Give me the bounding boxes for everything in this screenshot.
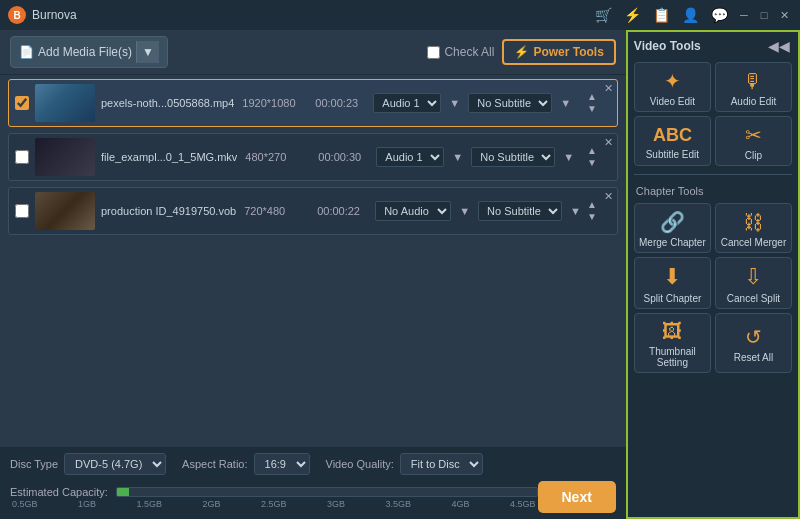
- cancel-split-button[interactable]: ⇩ Cancel Split: [715, 257, 792, 309]
- capacity-area: Estimated Capacity: 0.5GB 1GB 1.5GB 2GB …: [10, 486, 538, 509]
- check-all-label: Check All: [444, 45, 494, 59]
- cancel-merger-button[interactable]: ⛓ Cancel Merger: [715, 203, 792, 253]
- check-all-area: Check All: [427, 45, 494, 59]
- merge-chapter-button[interactable]: 🔗 Merge Chapter: [634, 203, 711, 253]
- minimize-button[interactable]: ─: [736, 7, 752, 23]
- file-3-up-button[interactable]: ▲: [587, 200, 597, 210]
- capacity-marker: 4GB: [451, 499, 469, 509]
- video-edit-button[interactable]: ✦ Video Edit: [634, 62, 711, 112]
- file-3-down-button[interactable]: ▼: [587, 212, 597, 222]
- close-button[interactable]: ✕: [776, 7, 792, 23]
- capacity-marker: 3GB: [327, 499, 345, 509]
- next-button[interactable]: Next: [538, 481, 616, 513]
- file-2-arrows: ▲ ▼: [587, 146, 597, 168]
- file-1-audio-select[interactable]: Audio 1: [373, 93, 441, 113]
- clip-label: Clip: [745, 150, 762, 161]
- disc-type-label: Disc Type: [10, 458, 58, 470]
- right-panel-title: Video Tools: [634, 39, 701, 53]
- file-2-down-button[interactable]: ▼: [587, 158, 597, 168]
- arrow-icon: ▼: [449, 97, 460, 109]
- audio-edit-label: Audio Edit: [731, 96, 777, 107]
- file-1-down-button[interactable]: ▼: [587, 104, 597, 114]
- file-3-duration: 00:00:22: [317, 205, 367, 217]
- file-3-info: production ID_4919750.vob 720*480 00:00:…: [101, 201, 581, 221]
- file-1-arrows: ▲ ▼: [587, 92, 597, 114]
- capacity-fill: [117, 488, 130, 496]
- subtitle-edit-icon: ABC: [653, 125, 692, 146]
- collapse-panel-button[interactable]: ◀◀: [768, 38, 790, 54]
- clip-icon: ✂: [745, 123, 762, 147]
- cancel-merger-label: Cancel Merger: [721, 237, 787, 248]
- file-3-checkbox[interactable]: [15, 204, 29, 218]
- file-2-audio-select[interactable]: Audio 1: [376, 147, 444, 167]
- file-1-up-button[interactable]: ▲: [587, 92, 597, 102]
- check-all-checkbox[interactable]: [427, 46, 440, 59]
- reset-all-button[interactable]: ↺ Reset All: [715, 313, 792, 373]
- split-chapter-button[interactable]: ⬇ Split Chapter: [634, 257, 711, 309]
- aspect-ratio-label: Aspect Ratio:: [182, 458, 247, 470]
- power-tools-button[interactable]: ⚡ Power Tools: [502, 39, 615, 65]
- file-2-info: file_exampl...0_1_5MG.mkv 480*270 00:00:…: [101, 147, 581, 167]
- file-2-subtitle-select[interactable]: No Subtitle: [471, 147, 555, 167]
- arrow-icon: ▼: [560, 97, 571, 109]
- cancel-merger-icon: ⛓: [743, 211, 763, 234]
- file-3-resolution: 720*480: [244, 205, 309, 217]
- remove-file-2-button[interactable]: ✕: [604, 136, 613, 149]
- lightning-icon[interactable]: ⚡: [620, 5, 645, 25]
- audio-edit-button[interactable]: 🎙 Audio Edit: [715, 62, 792, 112]
- cart-icon[interactable]: 🛒: [591, 5, 616, 25]
- file-2-resolution: 480*270: [245, 151, 310, 163]
- power-tools-label: Power Tools: [533, 45, 603, 59]
- thumbnail-setting-button[interactable]: 🖼 Thumbnail Setting: [634, 313, 711, 373]
- add-media-dropdown[interactable]: ▼: [136, 41, 159, 63]
- capacity-marker: 4.5GB: [510, 499, 536, 509]
- table-row: ✕ file_exampl...0_1_5MG.mkv 480*270 00:0…: [8, 133, 618, 181]
- divider: [634, 174, 792, 175]
- person-icon[interactable]: 👤: [678, 5, 703, 25]
- remove-file-3-button[interactable]: ✕: [604, 190, 613, 203]
- chapter-tools-title: Chapter Tools: [632, 183, 794, 199]
- file-2-duration: 00:00:30: [318, 151, 368, 163]
- chat-icon[interactable]: 💬: [707, 5, 732, 25]
- aspect-ratio-field: Aspect Ratio: 16:9: [182, 453, 309, 475]
- clip-button[interactable]: ✂ Clip: [715, 116, 792, 166]
- disc-type-select[interactable]: DVD-5 (4.7G): [64, 453, 166, 475]
- arrow-icon: ▼: [459, 205, 470, 217]
- capacity-track: [116, 487, 538, 497]
- file-2-up-button[interactable]: ▲: [587, 146, 597, 156]
- bottom-row: Estimated Capacity: 0.5GB 1GB 1.5GB 2GB …: [10, 481, 616, 513]
- power-icon: ⚡: [514, 45, 529, 59]
- capacity-marker: 3.5GB: [385, 499, 411, 509]
- capacity-markers: 0.5GB 1GB 1.5GB 2GB 2.5GB 3GB 3.5GB 4GB …: [10, 499, 538, 509]
- file-1-subtitle-select[interactable]: No Subtitle: [468, 93, 552, 113]
- table-row: ✕ production ID_4919750.vob 720*480 00:0…: [8, 187, 618, 235]
- file-3-subtitle-select[interactable]: No Subtitle: [478, 201, 562, 221]
- audio-edit-icon: 🎙: [743, 70, 763, 93]
- subtitle-edit-label: Subtitle Edit: [646, 149, 699, 160]
- merge-chapter-icon: 🔗: [660, 210, 685, 234]
- video-quality-select[interactable]: Fit to Disc: [400, 453, 483, 475]
- arrow-icon: ▼: [563, 151, 574, 163]
- aspect-ratio-select[interactable]: 16:9: [254, 453, 310, 475]
- document-icon[interactable]: 📋: [649, 5, 674, 25]
- file-2-thumbnail: [35, 138, 95, 176]
- right-panel-header: Video Tools ◀◀: [632, 36, 794, 58]
- file-1-resolution: 1920*1080: [242, 97, 307, 109]
- capacity-marker: 1GB: [78, 499, 96, 509]
- thumbnail-setting-icon: 🖼: [662, 320, 682, 343]
- file-3-thumbnail: [35, 192, 95, 230]
- maximize-button[interactable]: □: [756, 7, 772, 23]
- remove-file-1-button[interactable]: ✕: [604, 82, 613, 95]
- reset-all-icon: ↺: [745, 325, 762, 349]
- subtitle-edit-button[interactable]: ABC Subtitle Edit: [634, 116, 711, 166]
- video-quality-label: Video Quality:: [326, 458, 394, 470]
- file-1-checkbox[interactable]: [15, 96, 29, 110]
- file-list: ✕ pexels-noth...0505868.mp4 1920*1080 00…: [0, 75, 626, 447]
- add-media-button[interactable]: 📄 Add Media File(s) ▼: [10, 36, 168, 68]
- capacity-marker: 0.5GB: [12, 499, 38, 509]
- video-edit-label: Video Edit: [650, 96, 695, 107]
- file-2-checkbox[interactable]: [15, 150, 29, 164]
- title-bar: B Burnova 🛒 ⚡ 📋 👤 💬 ─ □ ✕: [0, 0, 800, 30]
- file-3-audio-select[interactable]: No Audio: [375, 201, 451, 221]
- capacity-marker: 1.5GB: [136, 499, 162, 509]
